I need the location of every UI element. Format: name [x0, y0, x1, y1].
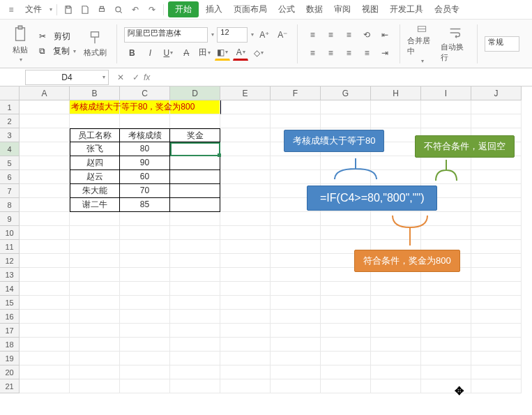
format-painter-button[interactable]: 格式刷 — [80, 24, 109, 64]
align-top-icon[interactable]: ≡ — [305, 27, 320, 43]
cell[interactable] — [20, 128, 70, 142]
underline-button[interactable]: U▾ — [160, 45, 176, 61]
cell[interactable] — [220, 184, 271, 198]
italic-button[interactable]: I — [142, 45, 158, 61]
cell[interactable]: 张飞 — [70, 142, 120, 156]
cell[interactable] — [20, 296, 70, 310]
font-name-select[interactable]: 阿里巴巴普惠体 — [124, 27, 208, 43]
cell[interactable] — [70, 365, 120, 379]
formula-input[interactable] — [154, 70, 532, 85]
cell[interactable] — [321, 365, 371, 379]
cell[interactable] — [271, 268, 321, 282]
col-header[interactable]: J — [471, 86, 522, 100]
cell[interactable] — [170, 184, 220, 198]
save-icon[interactable] — [61, 3, 75, 17]
row-header[interactable]: 7 — [0, 184, 20, 198]
cell[interactable] — [170, 338, 220, 352]
cell[interactable] — [421, 379, 471, 393]
cell[interactable] — [170, 254, 220, 268]
cell[interactable] — [220, 282, 271, 296]
cell[interactable] — [70, 324, 120, 338]
cell[interactable] — [70, 226, 120, 240]
cell[interactable] — [170, 114, 220, 128]
cell[interactable] — [20, 365, 70, 379]
cell[interactable] — [271, 296, 321, 310]
cell[interactable] — [471, 184, 522, 198]
menu-icon[interactable]: ≡ — [4, 3, 18, 17]
cell[interactable] — [220, 156, 271, 170]
cell[interactable] — [20, 212, 70, 226]
cell[interactable] — [120, 226, 170, 240]
cell[interactable] — [471, 296, 522, 310]
cell[interactable] — [371, 365, 421, 379]
cell[interactable] — [20, 352, 70, 365]
align-left-icon[interactable]: ≡ — [305, 45, 320, 61]
cell[interactable] — [271, 338, 321, 352]
cell[interactable] — [170, 352, 220, 365]
merge-center-button[interactable]: 合并居中▾ — [407, 24, 436, 64]
align-right-icon[interactable]: ≡ — [341, 45, 356, 61]
cell[interactable] — [170, 198, 220, 212]
cell[interactable] — [20, 156, 70, 170]
cell[interactable] — [170, 156, 220, 170]
row-header[interactable]: 2 — [0, 114, 20, 128]
cell[interactable] — [471, 282, 522, 296]
cell[interactable] — [120, 282, 170, 296]
cell[interactable] — [170, 240, 220, 254]
cell[interactable] — [120, 379, 170, 393]
cell[interactable] — [220, 254, 271, 268]
indent-dec-icon[interactable]: ⇤ — [377, 27, 393, 43]
font-size-select[interactable]: 12 — [217, 27, 248, 43]
cell[interactable] — [120, 254, 170, 268]
cell[interactable] — [120, 268, 170, 282]
cell[interactable] — [220, 379, 271, 393]
cell[interactable] — [20, 170, 70, 184]
cell[interactable] — [20, 114, 70, 128]
cell[interactable] — [220, 198, 271, 212]
tab-view[interactable]: 视图 — [358, 1, 383, 17]
menu-file[interactable]: 文件 — [21, 1, 46, 17]
number-format-select[interactable]: 常规 — [485, 36, 519, 52]
decrease-font-icon[interactable]: A⁻ — [275, 27, 290, 43]
cell[interactable] — [271, 156, 321, 170]
cell[interactable] — [120, 212, 170, 226]
row-header[interactable]: 3 — [0, 128, 20, 142]
fx-icon[interactable]: fx — [144, 73, 150, 82]
cell[interactable] — [20, 226, 70, 240]
col-header[interactable]: E — [220, 86, 271, 100]
cell[interactable] — [371, 379, 421, 393]
cell[interactable]: 谢二牛 — [70, 198, 120, 212]
cell[interactable] — [20, 310, 70, 324]
cell[interactable] — [371, 352, 421, 365]
border-button[interactable]: 田▾ — [197, 45, 212, 61]
cell[interactable]: 考核成绩大于等于80，奖金为800 — [70, 100, 120, 114]
align-center-icon[interactable]: ≡ — [323, 45, 338, 61]
cell[interactable]: 奖金 — [170, 128, 220, 142]
cell[interactable] — [20, 282, 70, 296]
cell[interactable] — [70, 379, 120, 393]
cell[interactable] — [421, 310, 471, 324]
cell[interactable] — [220, 100, 271, 114]
cut-button[interactable]: ✂ 剪切 — [39, 31, 76, 43]
cell[interactable] — [371, 296, 421, 310]
tab-formula[interactable]: 公式 — [274, 1, 299, 17]
cell[interactable] — [471, 212, 522, 226]
cell[interactable] — [421, 296, 471, 310]
cell[interactable] — [471, 352, 522, 365]
col-header[interactable]: G — [321, 86, 371, 100]
cell[interactable] — [471, 268, 522, 282]
cell[interactable]: 朱大能 — [70, 184, 120, 198]
cell[interactable] — [271, 240, 321, 254]
cell[interactable] — [271, 212, 321, 226]
cell[interactable]: 85 — [120, 198, 170, 212]
tab-member[interactable]: 会员专 — [430, 1, 464, 17]
cell[interactable] — [271, 226, 321, 240]
cell[interactable] — [220, 226, 271, 240]
cell[interactable] — [220, 352, 271, 365]
cell[interactable] — [421, 100, 471, 114]
cell[interactable] — [220, 310, 271, 324]
cell[interactable] — [321, 296, 371, 310]
cell[interactable] — [271, 282, 321, 296]
accept-formula-icon[interactable]: ✓ — [128, 73, 144, 82]
row-header[interactable]: 12 — [0, 254, 20, 268]
